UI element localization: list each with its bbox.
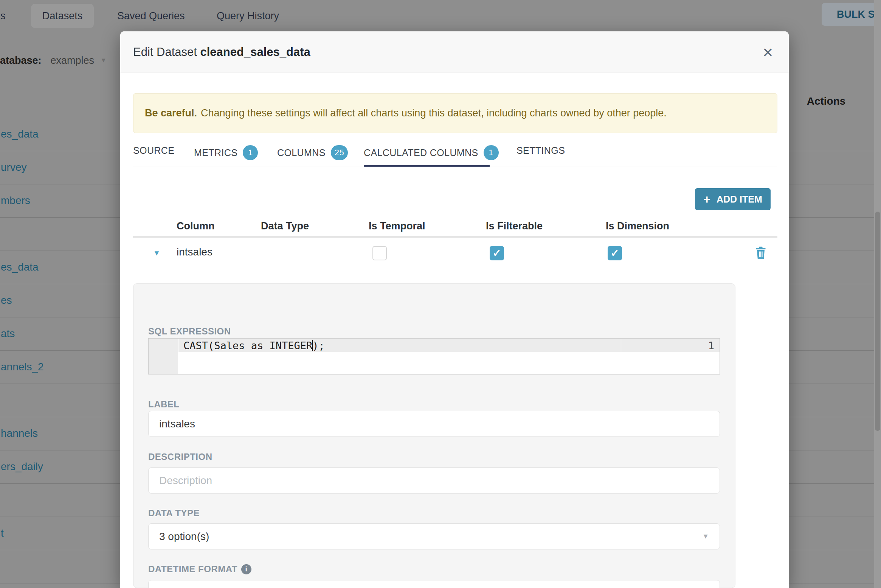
database-label: atabase: [0,55,42,67]
column-header-data-type: Data Type [261,220,309,232]
calculated-columns-count-badge: 1 [484,145,499,160]
chevron-down-icon: ▼ [100,57,107,64]
edit-dataset-modal: Edit Dataset cleaned_sales_data × Be car… [120,31,789,588]
dataset-link[interactable]: annels_2 [1,359,44,374]
row-divider [0,417,120,417]
tab-calculated-columns[interactable]: CALCULATED COLUMNS 1 [364,145,499,160]
editor-print-margin [621,339,621,374]
row-divider [0,550,120,550]
modal-header: Edit Dataset cleaned_sales_data × [120,31,789,73]
row-divider [0,151,120,151]
text-cursor [312,340,313,351]
tab-source[interactable]: SOURCE [133,145,174,156]
description-input[interactable] [148,467,720,494]
dataset-link[interactable]: es [1,293,12,308]
collapse-caret-icon[interactable]: ▼ [153,249,160,257]
is-temporal-checkbox[interactable] [372,246,387,260]
is-dimension-checkbox[interactable]: ✓ [608,246,622,260]
dataset-link[interactable]: ats [1,326,15,341]
sql-code: CAST(Sales as INTEGER); [183,340,325,351]
row-divider [789,384,874,384]
datetime-format-field-label: DATETIME FORMAT i [148,564,251,574]
tab-label: SOURCE [133,145,174,156]
warning-banner: Be careful. Changing these settings will… [133,93,777,133]
row-divider [0,350,120,351]
bulk-select-button[interactable]: BULK SELE [822,3,881,26]
dataset-link[interactable]: mbers [1,193,30,208]
close-icon[interactable]: × [763,43,773,61]
row-divider [0,450,120,450]
row-divider [789,550,874,550]
column-name: intsales [177,246,212,258]
chevron-down-icon: ▼ [702,532,709,540]
row-divider [789,583,874,583]
field-label-text: DESCRIPTION [148,452,212,462]
field-label-text: SQL EXPRESSION [148,326,231,337]
label-field-label: LABEL [148,399,180,410]
row-divider [789,151,874,151]
page-scrollbar[interactable] [874,0,881,588]
row-divider [789,417,874,417]
plus-icon: + [703,193,710,205]
scrollbar-thumb[interactable] [875,212,880,431]
dataset-link[interactable]: t [1,526,4,541]
row-divider [789,317,874,317]
row-divider [0,317,120,317]
nav-tab-partial[interactable]: es [0,0,6,32]
data-type-select[interactable]: 3 option(s) ▼ [148,523,720,549]
tab-label: METRICS [194,147,237,158]
row-divider [0,284,120,284]
row-divider [789,284,874,284]
dataset-link[interactable]: hannels [1,426,38,441]
database-filter[interactable]: atabase: examples ▼ [0,54,107,67]
row-divider [0,583,120,583]
actions-column-header: Actions [798,95,855,107]
row-divider [0,384,120,384]
active-tab-underline [364,165,490,167]
nav-tab-query-history[interactable]: Query History [217,0,279,32]
column-header-is-dimension: Is Dimension [606,220,669,232]
tab-columns[interactable]: COLUMNS 25 [277,145,348,160]
add-item-label: ADD ITEM [717,194,762,205]
data-type-field-label: DATA TYPE [148,508,200,518]
row-divider [789,350,874,351]
modal-tabs: SOURCE METRICS 1 COLUMNS 25 CALCULATED C… [120,140,789,168]
data-type-value: 3 option(s) [159,531,209,543]
dataset-link[interactable]: ers_daily [1,459,43,474]
datetime-format-input[interactable] [148,580,720,588]
row-divider [0,217,120,218]
nav-tab-saved-queries[interactable]: Saved Queries [117,0,185,32]
modal-title: Edit Dataset cleaned_sales_data [133,45,310,59]
modal-title-dataset-name: cleaned_sales_data [200,45,310,59]
dataset-link[interactable]: urvey [1,160,26,175]
table-header-rule [133,236,777,238]
nav-tab-datasets[interactable]: Datasets [31,4,94,28]
row-divider [0,517,120,517]
description-field-label: DESCRIPTION [148,452,212,462]
row-divider [789,517,874,517]
delete-icon[interactable] [755,246,766,259]
label-input[interactable] [148,411,720,437]
field-label-text: LABEL [148,399,180,410]
sql-expression-label: SQL EXPRESSION [148,326,231,337]
warning-bold: Be careful. [145,107,197,119]
tab-settings[interactable]: SETTINGS [517,145,565,156]
field-label-text: DATETIME FORMAT [148,564,237,574]
row-divider [0,184,120,184]
field-label-text: DATA TYPE [148,508,200,518]
screen: es Datasets Saved Queries Query History … [0,0,881,588]
is-filterable-checkbox[interactable]: ✓ [490,246,504,260]
column-header-column: Column [177,220,215,232]
tab-metrics[interactable]: METRICS 1 [194,145,258,160]
info-icon[interactable]: i [241,564,251,574]
line-number: 1 [708,340,714,351]
row-divider [789,184,874,184]
dataset-link[interactable]: es_data [1,127,39,142]
sql-editor[interactable]: 1 CAST(Sales as INTEGER); [148,338,720,374]
column-header-is-filterable: Is Filterable [486,220,543,232]
dataset-link[interactable]: es_data [1,260,39,275]
database-value: examples [51,55,95,67]
row-divider [0,483,120,484]
row-divider [789,251,874,251]
add-item-button[interactable]: + ADD ITEM [695,188,771,210]
